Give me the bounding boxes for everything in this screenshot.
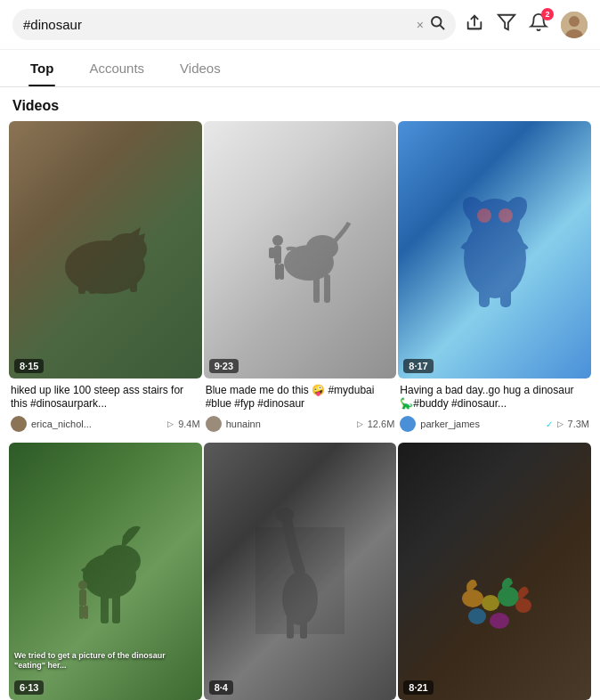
notification-icon[interactable]: 2 [529,12,548,37]
search-input[interactable] [23,17,411,32]
svg-point-16 [306,235,338,260]
svg-point-19 [272,235,283,246]
video-card[interactable]: We tried to get a picture of the dinosau… [9,443,202,700]
svg-point-26 [477,208,491,223]
video-badge: 8·4 [209,680,233,695]
video-meta: hunainn ▷ 12.6M [206,416,395,432]
header: × 2 [0,0,600,50]
video-thumbnail: 8·21 [398,443,591,700]
svg-rect-22 [275,264,280,280]
video-card[interactable]: 8·15 hiked up like 100 steep ass stairs … [9,121,202,441]
svg-point-44 [482,595,499,611]
video-card[interactable]: 9·23 Blue made me do this 🤪 #mydubai #bl… [204,121,397,441]
tab-top[interactable]: Top [12,50,71,86]
view-count: 7.3M [568,419,589,429]
svg-rect-37 [84,606,88,619]
video-caption: Having a bad day..go hug a dinosaur 🦕#bu… [400,384,589,411]
video-grid: 8·15 hiked up like 100 steep ass stairs … [0,121,600,700]
video-caption: hiked up like 100 steep ass stairs for t… [11,384,200,411]
user-avatar [11,416,27,432]
svg-rect-9 [130,267,137,292]
svg-rect-35 [79,590,86,606]
video-badge: 8·17 [403,359,433,373]
svg-rect-32 [101,590,109,623]
notification-badge: 2 [541,8,554,20]
svg-rect-33 [112,592,120,623]
svg-point-47 [468,608,486,624]
play-icon: ▷ [557,419,564,428]
video-badge: 8·15 [14,359,44,373]
svg-rect-21 [269,248,275,258]
svg-rect-28 [479,276,490,307]
video-badge: 6·13 [14,680,44,695]
video-meta: parker_james ✓ ▷ 7.3M [400,416,589,432]
video-card[interactable]: 8·4 When there's no one around to help w… [204,443,397,700]
verified-icon: ✓ [546,419,553,429]
video-card[interactable]: 8·21 #fyp #funny #dinosaurs #snapsquad #… [398,443,591,700]
play-icon: ▷ [167,419,174,428]
video-badge: 8·21 [403,680,433,695]
video-thumbnail: 8·4 [204,443,397,700]
tab-videos[interactable]: Videos [162,50,239,86]
search-icon[interactable] [429,14,445,35]
svg-point-27 [499,208,513,223]
svg-point-40 [276,508,294,522]
svg-rect-18 [324,274,330,303]
svg-point-46 [515,598,531,613]
user-avatar [206,416,222,432]
svg-rect-41 [287,612,294,639]
svg-rect-42 [300,612,307,639]
video-caption: Blue made me do this 🤪 #mydubai #blue #f… [206,384,395,411]
video-info: Having a bad day..go hug a dinosaur 🦕#bu… [398,378,591,441]
thumb-overlay-text: We tried to get a picture of the dinosau… [14,651,197,672]
svg-rect-20 [274,246,281,264]
filter-icon[interactable] [497,12,516,37]
svg-rect-8 [118,263,126,289]
video-info: hiked up like 100 steep ass stairs for t… [9,378,202,441]
svg-rect-29 [500,276,511,307]
video-thumbnail: 8·17 [398,121,591,378]
username: parker_james [420,419,540,429]
video-card[interactable]: 8·17 Having a bad day..go hug a dinosaur… [398,121,591,441]
video-badge: 9·23 [209,359,239,373]
tab-accounts[interactable]: Accounts [71,50,162,86]
svg-point-43 [462,590,483,607]
section-title: Videos [0,87,600,121]
video-info: Blue made me do this 🤪 #mydubai #blue #f… [204,378,397,441]
play-icon: ▷ [357,419,363,428]
user-avatar [400,416,416,432]
view-count: 12.6M [368,419,395,429]
video-thumbnail: We tried to get a picture of the dinosau… [9,443,202,700]
view-count: 9.4M [178,419,199,429]
svg-point-48 [490,613,509,629]
video-meta: erica_nichol... ▷ 9.4M [11,416,200,432]
clear-icon[interactable]: × [417,18,424,32]
upload-icon[interactable] [465,12,484,37]
svg-rect-17 [313,272,320,303]
avatar[interactable] [561,12,588,38]
svg-rect-10 [78,267,85,294]
svg-point-31 [101,545,141,577]
svg-point-34 [78,581,87,590]
svg-rect-36 [79,606,84,619]
username: hunainn [226,419,353,429]
username: erica_nichol... [31,419,163,429]
video-thumbnail: 9·23 [204,121,397,378]
header-icons: 2 [465,12,588,38]
search-bar[interactable]: × [12,9,456,40]
svg-rect-11 [89,270,96,294]
svg-point-4 [569,16,580,27]
svg-line-1 [440,25,443,28]
svg-marker-2 [499,15,515,30]
video-thumbnail: 8·15 [9,121,202,378]
tabs: Top Accounts Videos [0,50,600,87]
svg-rect-23 [280,264,284,280]
